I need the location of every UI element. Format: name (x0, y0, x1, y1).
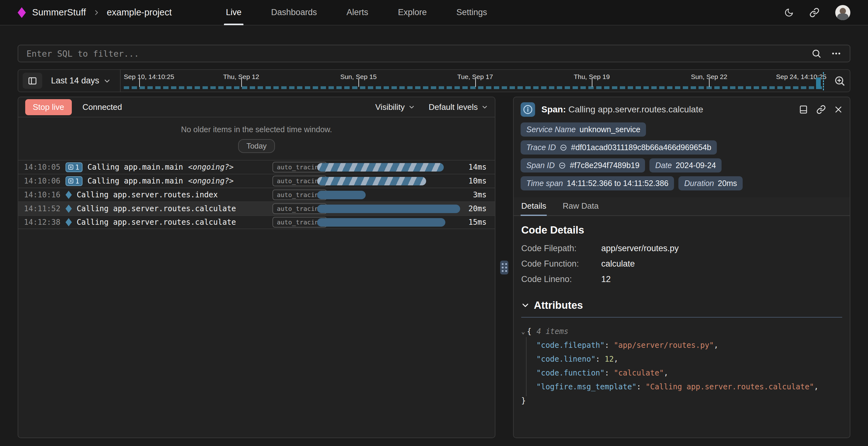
kv-label: Code Lineno: (521, 275, 601, 284)
chevron-down-icon (482, 104, 488, 110)
attributes-section-toggle[interactable]: Attributes (521, 299, 842, 311)
time-range-label: Last 14 days (51, 76, 99, 86)
org-name[interactable]: SummerStuff (32, 7, 86, 18)
span-row[interactable]: 14:10:05 1 Calling app.main.main <ongoin… (18, 160, 495, 174)
duration-bar (317, 218, 445, 227)
row-message: Calling app.server.routes.calculate (77, 218, 236, 227)
row-message: Calling app.main.main (88, 163, 183, 171)
stop-live-button[interactable]: Stop live (25, 99, 72, 115)
json-collapse-toggle[interactable]: ⌄ (521, 324, 525, 338)
duration-bar (317, 163, 444, 171)
visibility-label: Visibility (375, 102, 404, 112)
logo-diamond-icon[interactable] (18, 7, 26, 18)
kv-value: app/server/routes.py (601, 244, 842, 253)
json-indent-guide (526, 337, 527, 396)
attributes-json-viewer: ⌄ { 4 items "code.filepath": "app/server… (521, 324, 842, 408)
timeline-tick (359, 79, 359, 87)
child-count: 1 (75, 163, 80, 171)
span-row-selected[interactable]: 14:11:52 Calling app.server.routes.calcu… (18, 201, 495, 215)
sidebar-toggle-button[interactable] (23, 73, 42, 89)
row-ongoing-flag: <ongoing?> (188, 177, 234, 185)
row-duration: 10ms (465, 177, 495, 185)
empty-window-message: No older items in the selected time wind… (18, 125, 495, 134)
badge-date: Date 2024-09-24 (649, 158, 721, 172)
row-timestamp: 14:10:16 (24, 190, 60, 199)
span-row[interactable]: 14:12:38 Calling app.server.routes.calcu… (18, 215, 495, 229)
row-duration: 14ms (465, 163, 495, 171)
timeline-tick (475, 79, 476, 87)
json-key: "code.filepath" (536, 341, 605, 350)
today-button[interactable]: Today (238, 139, 275, 153)
tab-settings[interactable]: Settings (456, 0, 487, 25)
span-title-text: Calling app.server.routes.calculate (568, 104, 703, 114)
search-icon[interactable] (811, 49, 822, 59)
badge-label: Time span (526, 179, 563, 188)
kv-label: Code Function: (521, 259, 601, 269)
span-diamond-icon (65, 204, 72, 213)
tab-raw-data[interactable]: Raw Data (562, 197, 599, 215)
plus-square-icon (68, 164, 74, 170)
zoom-in-icon (834, 75, 845, 87)
json-value: "app/server/routes.py" (614, 341, 714, 350)
expand-children-button[interactable]: 1 (65, 162, 83, 172)
live-list-panel: Stop live Connected Visibility Default l… (18, 97, 495, 438)
badge-service-name: Service Name unknown_service (521, 122, 646, 137)
span-detail-panel: Span:Calling app.server.routes.calculate… (513, 97, 850, 438)
tab-details[interactable]: Details (521, 197, 547, 215)
timeline-tick (709, 79, 710, 87)
row-ongoing-flag: <ongoing?> (188, 163, 234, 171)
user-avatar[interactable] (835, 5, 850, 20)
tab-alerts[interactable]: Alerts (346, 0, 368, 25)
span-title: Span:Calling app.server.routes.calculate (541, 104, 703, 115)
span-diamond-icon (65, 191, 72, 199)
share-link-button[interactable] (809, 7, 819, 18)
timeline-zoom-button[interactable] (834, 75, 845, 87)
row-duration: 20ms (465, 204, 495, 213)
timeline-divider (120, 69, 121, 92)
close-icon[interactable] (834, 105, 843, 114)
json-entry: "code.filepath": "app/server/routes.py", (521, 338, 842, 352)
dark-mode-toggle[interactable] (784, 8, 794, 17)
dock-panel-icon[interactable] (799, 105, 808, 114)
span-row[interactable]: 14:10:16 Calling app.server.routes.index… (18, 188, 495, 201)
live-panel-header: Stop live Connected Visibility Default l… (18, 97, 495, 118)
tab-explore[interactable]: Explore (398, 0, 427, 25)
badge-span-id[interactable]: Span ID #f7c8e294f7489b19 (521, 158, 645, 172)
default-levels-label: Default levels (429, 102, 478, 112)
badge-label: Date (655, 161, 672, 170)
json-value: "calculate" (614, 369, 664, 377)
default-levels-dropdown[interactable]: Default levels (429, 102, 488, 112)
row-message: Calling app.main.main (88, 177, 183, 185)
more-options-icon[interactable] (831, 48, 841, 59)
link-icon[interactable] (816, 105, 826, 114)
badge-time-span: Time span 14:11:52.366 to 14:11:52.386 (521, 176, 674, 190)
tab-dashboards[interactable]: Dashboards (271, 0, 317, 25)
top-bar: SummerStuff example-project Live Dashboa… (0, 0, 868, 26)
row-timestamp: 14:11:52 (24, 204, 60, 213)
json-close-brace: } (521, 394, 842, 408)
project-name[interactable]: example-project (107, 7, 172, 18)
child-count: 1 (75, 177, 80, 185)
span-row[interactable]: 14:10:06 1 Calling app.main.main <ongoin… (18, 174, 495, 188)
visibility-dropdown[interactable]: Visibility (375, 102, 414, 112)
duration-bar-area (317, 161, 465, 174)
badge-value: 14:11:52.366 to 14:11:52.386 (567, 179, 669, 188)
duration-bar (317, 177, 426, 185)
row-message: Calling app.server.routes.calculate (77, 204, 236, 213)
time-range-dropdown[interactable]: Last 14 days (51, 76, 111, 86)
badge-trace-id[interactable]: Trace ID #df01acad0311189c8b66a466d96965… (521, 140, 717, 155)
json-open-brace: { (527, 324, 531, 338)
badge-duration: Duration 20ms (678, 176, 743, 190)
tab-live[interactable]: Live (226, 0, 242, 25)
badge-value: 2024-09-24 (676, 161, 716, 170)
timeline-track[interactable]: Sep 10, 14:10:25 Thu, Sep 12 Sun, Sep 15… (124, 69, 827, 92)
badge-label: Service Name (526, 125, 576, 134)
resize-grip[interactable] (500, 261, 508, 275)
expand-children-button[interactable]: 1 (65, 176, 83, 186)
row-timestamp: 14:10:05 (24, 163, 60, 171)
duration-bar-area (317, 216, 465, 228)
sql-filter-input[interactable] (27, 49, 811, 59)
span-title-label: Span: (541, 104, 566, 114)
duration-bar-area (317, 188, 465, 201)
connection-status: Connected (83, 102, 122, 112)
